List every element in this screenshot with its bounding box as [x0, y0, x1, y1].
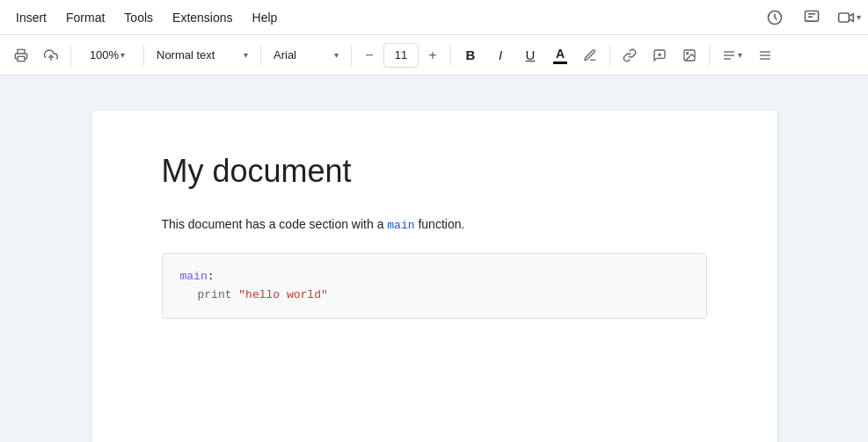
divider-1: [70, 45, 71, 66]
font-size-decrease[interactable]: −: [357, 43, 382, 68]
text-style-select[interactable]: Normal text ▾: [150, 41, 255, 69]
italic-button[interactable]: I: [486, 41, 514, 69]
text-color-bar: [553, 62, 567, 64]
font-size-increase[interactable]: +: [420, 43, 445, 68]
menu-item-tools[interactable]: Tools: [115, 7, 162, 28]
code-keyword-main: main: [180, 270, 208, 283]
alignment-chevron: ▾: [738, 50, 742, 60]
divider-4: [351, 45, 352, 66]
svg-rect-5: [18, 56, 25, 61]
font-chevron: ▾: [334, 50, 339, 60]
alignment-button[interactable]: ▾: [715, 41, 749, 69]
print-button[interactable]: [7, 41, 35, 69]
document-page: My document This document has a code sec…: [91, 111, 777, 442]
document-paragraph: This document has a code section with a …: [162, 214, 707, 235]
font-size-input[interactable]: [383, 43, 419, 68]
font-size-control: − +: [357, 43, 445, 68]
zoom-chevron: ▾: [120, 50, 125, 60]
highlight-button[interactable]: [576, 41, 604, 69]
line-spacing-button[interactable]: [751, 41, 779, 69]
svg-rect-4: [838, 13, 849, 22]
para-text-before: This document has a code section with a: [162, 217, 388, 231]
code-line-2: print "hello world": [180, 286, 689, 305]
code-string: "hello world": [238, 288, 327, 301]
zoom-select[interactable]: 100% ▾: [77, 41, 138, 69]
zoom-value: 100%: [90, 48, 119, 62]
menu-item-format[interactable]: Format: [57, 7, 113, 28]
history-icon[interactable]: [762, 5, 787, 30]
menu-item-insert[interactable]: Insert: [7, 7, 55, 28]
svg-point-10: [687, 52, 689, 54]
document-title: My document: [162, 153, 707, 190]
code-line-1: main:: [180, 268, 689, 286]
link-button[interactable]: [616, 41, 644, 69]
code-colon: :: [208, 270, 215, 283]
underline-button[interactable]: U: [516, 41, 544, 69]
menu-item-help[interactable]: Help: [244, 7, 287, 28]
comments-icon[interactable]: [799, 5, 824, 30]
text-color-button[interactable]: A: [546, 41, 574, 69]
insert-image-button[interactable]: [675, 41, 704, 69]
para-text-after: function.: [415, 217, 465, 231]
divider-2: [143, 45, 144, 66]
divider-6: [609, 45, 610, 66]
document-area: My document This document has a code sec…: [0, 76, 868, 442]
menu-item-extensions[interactable]: Extensions: [164, 7, 241, 28]
code-block: main: print "hello world": [162, 253, 707, 320]
upload-button[interactable]: [37, 41, 65, 69]
divider-7: [709, 45, 710, 66]
font-label: Arial: [274, 48, 296, 62]
bold-button[interactable]: B: [456, 41, 485, 69]
text-style-chevron: ▾: [244, 50, 248, 60]
text-style-label: Normal text: [157, 48, 215, 62]
menu-bar: Insert Format Tools Extensions Help ▾: [0, 0, 868, 35]
camera-video-icon[interactable]: ▾: [836, 5, 861, 30]
menu-right: ▾: [762, 5, 861, 30]
text-color-label: A: [556, 47, 565, 61]
divider-3: [260, 45, 261, 66]
font-select[interactable]: Arial ▾: [266, 41, 346, 69]
add-comment-button[interactable]: [646, 41, 674, 69]
para-code-inline: main: [387, 219, 414, 232]
code-print: print: [198, 288, 239, 301]
toolbar: 100% ▾ Normal text ▾ Arial ▾ − + B I U A: [0, 35, 868, 76]
divider-5: [450, 45, 451, 66]
menu-left: Insert Format Tools Extensions Help: [7, 7, 286, 28]
